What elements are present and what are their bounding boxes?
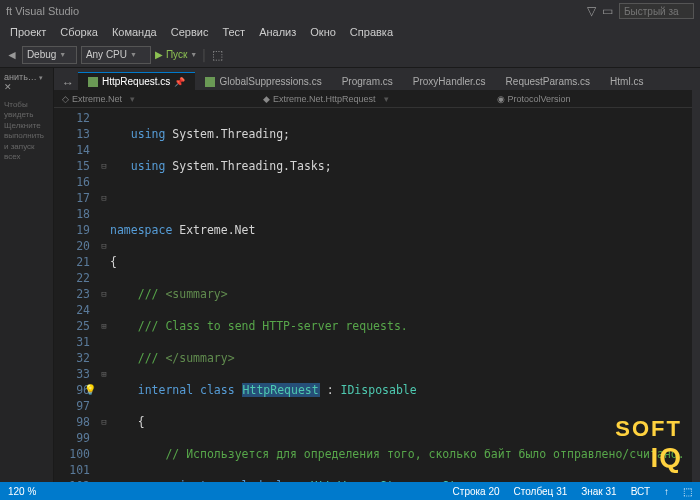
start-button[interactable]: ▶ Пуск ▼ <box>155 49 197 60</box>
tab-requestparams[interactable]: RequestParams.cs <box>496 73 600 90</box>
status-char: Знак 31 <box>581 486 616 497</box>
menu-window[interactable]: Окно <box>304 24 342 40</box>
line-number-gutter: 1213141516171819202122232425313233969798… <box>54 108 98 482</box>
menu-project[interactable]: Проект <box>4 24 52 40</box>
menu-service[interactable]: Сервис <box>165 24 215 40</box>
code-editor[interactable]: 1213141516171819202122232425313233969798… <box>54 108 692 482</box>
tab-nav-icon[interactable]: ↔ <box>62 76 74 90</box>
code-content[interactable]: using System.Threading; using System.Thr… <box>110 108 692 482</box>
status-line: Строка 20 <box>453 486 500 497</box>
editor-tabs: ↔ HttpRequest.cs📌 GlobalSuppressions.cs … <box>54 68 692 90</box>
nav-back-icon[interactable]: ◄ <box>6 48 18 62</box>
platform-dropdown[interactable]: Any CPU▼ <box>81 46 151 64</box>
status-insert-mode: ВСТ <box>631 486 650 497</box>
menu-analyze[interactable]: Анализ <box>253 24 302 40</box>
lightbulb-icon[interactable]: 💡 <box>84 382 96 398</box>
tab-html[interactable]: Html.cs <box>600 73 653 90</box>
breadcrumb-member[interactable]: ◉ ProtocolVersion <box>497 94 571 104</box>
status-column: Столбец 31 <box>514 486 568 497</box>
funnel-icon[interactable]: ▽ <box>587 4 596 18</box>
breadcrumb-class[interactable]: ◆ Extreme.Net.HttpRequest <box>263 94 376 104</box>
title-bar: ft Visual Studio ▽ ▭ <box>0 0 700 22</box>
status-icon[interactable]: ⬚ <box>683 486 692 497</box>
pin-icon[interactable]: 📌 <box>174 77 185 87</box>
menu-bar: Проект Сборка Команда Сервис Тест Анализ… <box>0 22 700 42</box>
app-title: ft Visual Studio <box>6 5 79 17</box>
tab-globalsuppressions[interactable]: GlobalSuppressions.cs <box>195 73 331 90</box>
breadcrumb-namespace[interactable]: ◇ Extreme.Net <box>62 94 122 104</box>
quick-search-input[interactable] <box>619 3 694 19</box>
tab-proxyhandler[interactable]: ProxyHandler.cs <box>403 73 496 90</box>
tab-httprequest[interactable]: HttpRequest.cs📌 <box>78 72 195 90</box>
menu-test[interactable]: Тест <box>216 24 251 40</box>
status-icon[interactable]: ↑ <box>664 486 669 497</box>
status-bar: 120 % Строка 20 Столбец 31 Знак 31 ВСТ ↑… <box>0 482 700 500</box>
config-dropdown[interactable]: Debug▼ <box>22 46 77 64</box>
tab-program[interactable]: Program.cs <box>332 73 403 90</box>
menu-help[interactable]: Справка <box>344 24 399 40</box>
sidebar-panel: анить… ▾ ✕ Чтобы увидеть Щелкните выполн… <box>0 68 54 482</box>
menu-team[interactable]: Команда <box>106 24 163 40</box>
zoom-level[interactable]: 120 % <box>8 486 439 497</box>
sidebar-item-label[interactable]: анить… ▾ ✕ <box>4 72 49 92</box>
breadcrumb: ◇ Extreme.Net ▾ ◆ Extreme.Net.HttpReques… <box>54 90 692 108</box>
menu-build[interactable]: Сборка <box>54 24 104 40</box>
vertical-scrollbar[interactable] <box>692 68 700 482</box>
notification-icon[interactable]: ▭ <box>602 4 613 18</box>
toolbar-icon[interactable]: ⬚ <box>212 48 223 62</box>
sidebar-hint-text: Чтобы увидеть Щелкните выполнить и запус… <box>4 100 49 162</box>
fold-gutter[interactable]: ⊟⊟⊟⊟⊞⊞⊟⊞ <box>98 108 110 482</box>
toolbar: ◄ Debug▼ Any CPU▼ ▶ Пуск ▼ │ ⬚ <box>0 42 700 68</box>
